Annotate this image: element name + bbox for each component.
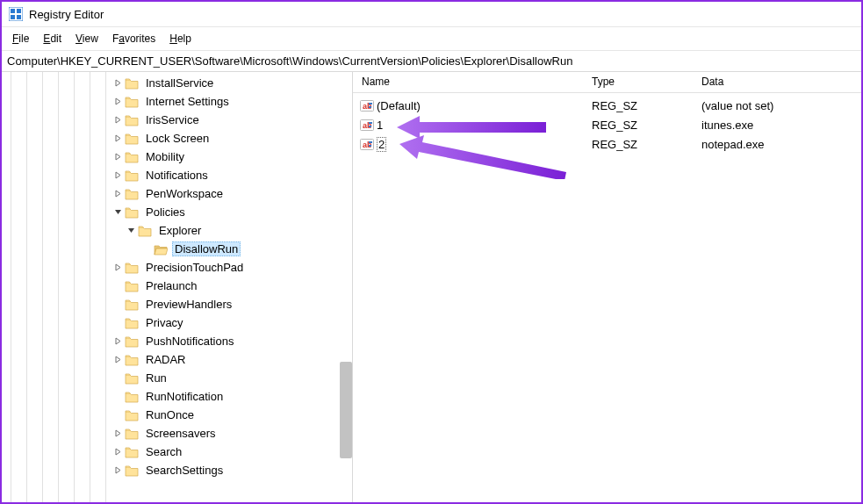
registry-value-row[interactable]: ab1REG_SZitunes.exe — [353, 115, 861, 134]
chevron-right-icon[interactable] — [111, 96, 124, 108]
list-pane[interactable]: Name Type Data ab(Default)REG_SZ(value n… — [353, 72, 861, 502]
folder-icon — [125, 96, 139, 108]
tree-item[interactable]: RunOnce — [2, 406, 352, 424]
tree-item[interactable]: Policies — [2, 203, 352, 221]
string-value-icon: ab — [360, 137, 374, 151]
tree-item-label: SearchSettings — [143, 463, 226, 478]
chevron-right-icon[interactable] — [111, 354, 124, 366]
folder-icon — [125, 114, 139, 126]
folder-icon — [125, 151, 139, 163]
expander-placeholder — [111, 409, 124, 421]
tree-item[interactable]: Lock Screen — [2, 129, 352, 148]
chevron-right-icon[interactable] — [111, 335, 124, 348]
tree-item[interactable]: Screensavers — [2, 424, 352, 443]
expander-placeholder — [111, 391, 124, 403]
tree-item[interactable]: PenWorkspace — [2, 184, 352, 203]
tree-item[interactable]: RADAR — [2, 350, 352, 369]
tree-item-label: PrecisionTouchPad — [143, 260, 246, 275]
tree-item-label: Privacy — [143, 315, 186, 330]
tree-item[interactable]: Notifications — [2, 166, 352, 184]
list-header: Name Type Data — [353, 72, 861, 93]
svg-rect-2 — [17, 9, 21, 13]
menu-edit[interactable]: Edit — [36, 30, 68, 47]
column-header-type[interactable]: Type — [592, 76, 701, 88]
tree-item[interactable]: IrisService — [2, 111, 352, 129]
tree-item-label: DisallowRun — [172, 241, 241, 256]
tree-item-label: Explorer — [156, 223, 204, 238]
tree-item-label: Screensavers — [143, 426, 218, 441]
svg-rect-3 — [11, 15, 15, 19]
chevron-right-icon[interactable] — [111, 114, 124, 126]
string-value-icon: ab — [360, 98, 374, 112]
value-name: 1 — [377, 119, 383, 132]
expander-placeholder — [140, 243, 153, 256]
folder-icon — [125, 446, 139, 458]
menu-view[interactable]: View — [68, 30, 105, 47]
chevron-right-icon[interactable] — [111, 446, 124, 458]
column-header-name[interactable]: Name — [353, 76, 592, 88]
column-header-data[interactable]: Data — [701, 76, 861, 88]
chevron-right-icon[interactable] — [111, 262, 124, 274]
menu-favorites[interactable]: Favorites — [105, 30, 162, 47]
tree-item[interactable]: DisallowRun — [2, 240, 352, 258]
folder-icon — [125, 77, 139, 90]
chevron-right-icon[interactable] — [111, 151, 124, 163]
folder-icon — [125, 317, 139, 329]
chevron-down-icon[interactable] — [125, 225, 137, 237]
tree-item[interactable]: Run — [2, 369, 352, 387]
content-area: InstallServiceInternet SettingsIrisServi… — [2, 72, 861, 502]
chevron-right-icon[interactable] — [111, 77, 124, 90]
tree-scrollbar[interactable] — [340, 362, 352, 458]
folder-icon — [125, 391, 139, 403]
folder-icon — [125, 188, 139, 200]
chevron-right-icon[interactable] — [111, 169, 124, 182]
menu-help[interactable]: Help — [162, 30, 198, 47]
string-value-icon: ab — [360, 118, 374, 132]
tree-item[interactable]: Explorer — [2, 221, 352, 240]
tree-item[interactable]: Privacy — [2, 313, 352, 332]
tree-pane[interactable]: InstallServiceInternet SettingsIrisServi… — [2, 72, 353, 502]
chevron-down-icon[interactable] — [111, 206, 124, 219]
tree-item[interactable]: RunNotification — [2, 387, 352, 406]
chevron-right-icon[interactable] — [111, 133, 124, 145]
folder-icon — [125, 372, 139, 385]
address-bar[interactable]: Computer\HKEY_CURRENT_USER\Software\Micr… — [2, 51, 861, 72]
tree-item[interactable]: InstallService — [2, 74, 352, 92]
registry-value-row[interactable]: ab2REG_SZnotepad.exe — [353, 134, 861, 154]
value-name: 2 — [377, 137, 386, 152]
registry-value-row[interactable]: ab(Default)REG_SZ(value not set) — [353, 96, 861, 115]
tree-item[interactable]: PrecisionTouchPad — [2, 258, 352, 277]
folder-icon — [125, 262, 139, 274]
tree-item[interactable]: PushNotifications — [2, 332, 352, 350]
tree-item[interactable]: PreviewHandlers — [2, 295, 352, 313]
tree-item[interactable]: Mobility — [2, 148, 352, 166]
folder-icon — [125, 299, 139, 311]
folder-icon — [125, 464, 139, 477]
tree-item-label: PenWorkspace — [143, 186, 226, 201]
tree-item-label: Prelaunch — [143, 278, 200, 293]
tree-item[interactable]: Prelaunch — [2, 277, 352, 295]
folder-icon — [138, 225, 152, 237]
value-name-cell: ab2 — [353, 137, 592, 152]
value-type: REG_SZ — [592, 99, 701, 112]
tree-item[interactable]: Internet Settings — [2, 92, 352, 111]
folder-icon — [125, 409, 139, 421]
value-data: (value not set) — [701, 99, 861, 112]
registry-editor-window: Registry Editor File Edit View Favorites… — [0, 0, 863, 504]
folder-icon — [125, 335, 139, 348]
folder-icon — [125, 206, 139, 219]
address-path: Computer\HKEY_CURRENT_USER\Software\Micr… — [7, 54, 572, 68]
folder-icon — [125, 169, 139, 182]
tree-item-label: RADAR — [143, 352, 189, 367]
value-name: (Default) — [377, 99, 421, 112]
chevron-right-icon[interactable] — [111, 188, 124, 200]
tree-item[interactable]: Search — [2, 443, 352, 461]
menu-file[interactable]: File — [5, 30, 36, 47]
folder-icon — [125, 133, 139, 145]
tree-item-label: PushNotifications — [143, 334, 236, 349]
chevron-right-icon[interactable] — [111, 428, 124, 440]
tree-item-label: Policies — [143, 205, 188, 220]
tree-item[interactable]: SearchSettings — [2, 461, 352, 479]
chevron-right-icon[interactable] — [111, 464, 124, 477]
folder-icon — [125, 280, 139, 292]
